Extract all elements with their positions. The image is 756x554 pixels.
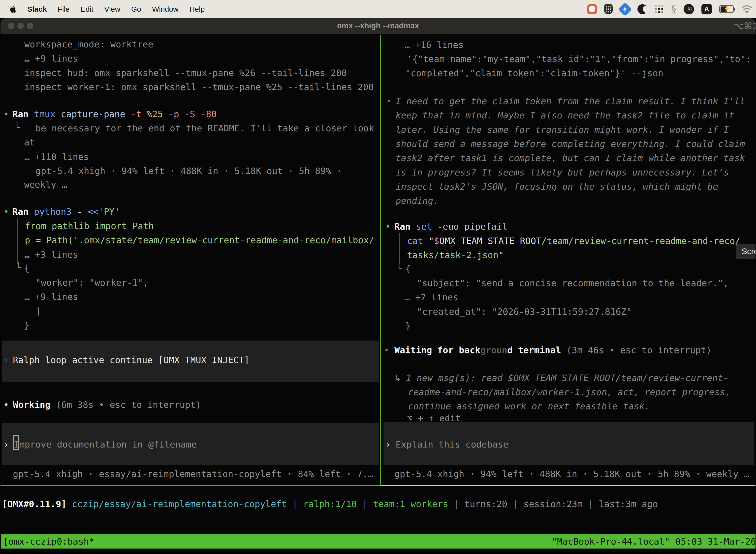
right-input-placeholder: Explain this codebase <box>396 439 508 450</box>
terminal-line: Ran set -euo pipefail <box>394 221 507 232</box>
tool-call-connector <box>17 218 18 264</box>
terminal-line: … +7 lines <box>404 292 458 303</box>
menu-item-window[interactable]: Window <box>152 5 179 13</box>
terminal-line: cat "$OMX_TEAM_STATE_ROOT/team/review-cu… <box>407 235 740 247</box>
ralph-banner-prompt: › <box>3 354 9 366</box>
ralph-banner-text: Ralph loop active continue [OMX_TMUX_INJ… <box>13 354 250 366</box>
tmux-status-bar: [omx-cczip0:bash* "MacBook-Pro-44.local"… <box>1 535 756 549</box>
terminal-line: } <box>24 320 29 331</box>
menu-item-file[interactable]: File <box>58 5 69 13</box>
shield-icon[interactable] <box>604 3 613 15</box>
terminal-line: … +9 lines <box>24 53 78 64</box>
terminal-line: readme-and-reco/mailbox/worker-1.json, a… <box>408 386 731 398</box>
dots-grid-icon[interactable] <box>655 3 664 15</box>
terminal-line: "worker": "worker-1", <box>36 277 148 288</box>
terminal-line: { <box>405 263 411 275</box>
terminal-line: ] <box>36 306 41 317</box>
terminal-line: workspace_mode: worktree <box>24 39 153 50</box>
screen-tooltip: Scre <box>736 244 756 259</box>
window-title: omx --xhigh --madmax <box>0 21 756 30</box>
menu-bar: Slack File Edit View Go Window Help § ..… <box>0 0 756 18</box>
terminal-line: ↳ 1 new msg(s): read $OMX_TEAM_STATE_ROO… <box>395 372 729 384</box>
terminal-line: } <box>405 320 411 332</box>
terminal-line: inspect_worker-1: omx sparkshell --tmux-… <box>24 81 374 93</box>
edit-hint: ⌥ + ↑ edit <box>407 412 461 424</box>
tmux-host-clock: "MacBook-Pro-44.local" 05:03 31-Mar-26 <box>552 536 756 547</box>
right-pane-border <box>381 485 756 486</box>
terminal-line: keep that in mind. Maybe I also need the… <box>396 110 734 121</box>
waiting-status: Waiting for background terminal (3m 46s … <box>394 344 712 356</box>
terminal-line: • <box>386 96 392 107</box>
omx-status-line: [OMX#0.11.9] cczip/essay/ai-reimplementa… <box>2 498 658 510</box>
terminal-line: └ <box>14 122 20 133</box>
screen: Slack File Edit View Go Window Help § ..… <box>0 0 756 554</box>
apple-logo-icon[interactable] <box>9 3 16 15</box>
terminal-line: "completed","claim_token":"claim-token"}… <box>405 67 663 79</box>
terminal-line: continue assigned work or next feasible … <box>408 401 650 412</box>
terminal-line: weekly … <box>24 179 67 190</box>
terminal-line: task2 after task1 is complete, but can I… <box>396 152 745 164</box>
menu-item-edit[interactable]: Edit <box>81 5 93 13</box>
wifi-icon[interactable] <box>741 3 753 15</box>
terminal-window: omx --xhigh --madmax ⌥⌘1 workspace_mode:… <box>0 18 756 553</box>
terminal-line: from pathlib import Path <box>25 220 154 232</box>
input-source-icon[interactable]: A <box>701 3 712 15</box>
tmux-session-label: [omx-cczip0:bash* <box>3 536 94 547</box>
terminal-line: Ran python3 - <<'PY' <box>12 206 120 217</box>
working-status: Working (6m 38s • esc to interrupt) <box>13 399 201 410</box>
battery-icon[interactable]: ⚡ <box>719 3 734 15</box>
moon-icon[interactable] <box>637 3 647 15</box>
terminal-line: gpt-5.4 xhigh · 94% left · 488K in · 5.1… <box>36 165 342 177</box>
terminal-line: "created_at": "2026-03-31T11:59:27.816Z" <box>417 306 632 318</box>
terminal-line: inspect task2's JSON, focusing on the st… <box>396 181 718 192</box>
terminal-line: pending. <box>396 195 439 207</box>
terminal-line: should send a message before completing … <box>396 138 745 150</box>
terminal-line: inspect_hud: omx sparkshell --tmux-pane … <box>24 67 347 79</box>
terminal-line: … +110 lines <box>24 151 89 163</box>
menu-item-view[interactable]: View <box>104 5 120 13</box>
terminal-line: "subject": "send a concise recommendatio… <box>417 277 729 289</box>
left-prompt-chevron: › <box>3 439 9 450</box>
right-pane-status: gpt-5.4 xhigh · 94% left · 488K in · 5.1… <box>394 468 749 480</box>
terminal-line: is in progress? It seems likely but perh… <box>396 167 729 178</box>
terminal-line: '{"team_name":"my-team","task_id":"1","f… <box>407 53 751 65</box>
terminal-line: later. Using the same for transition mig… <box>396 124 729 135</box>
lightning-icon[interactable] <box>620 3 630 15</box>
percent-badge-icon[interactable]: ..61 <box>684 3 694 15</box>
terminal-line: └ <box>396 263 402 274</box>
terminal-line: └ <box>16 262 21 273</box>
menu-item-app[interactable]: Slack <box>27 5 47 13</box>
terminal-line: • <box>385 221 391 232</box>
menu-item-help[interactable]: Help <box>189 5 205 13</box>
terminal-line: • <box>3 206 9 217</box>
left-input-placeholder: Improve documentation in @filename <box>14 439 197 450</box>
right-prompt-chevron: › <box>385 439 391 450</box>
terminal-line: { <box>24 263 29 274</box>
menu-item-go[interactable]: Go <box>131 5 141 13</box>
terminal-line: … +9 lines <box>24 291 78 302</box>
terminal-line: • <box>384 344 389 356</box>
terminal-line: p = Path('.omx/state/team/review-current… <box>25 234 374 246</box>
terminal-line: … +16 lines <box>404 39 463 51</box>
tool-call-connector <box>399 233 400 264</box>
terminal-line: … +3 lines <box>24 249 78 260</box>
terminal-line: I need to get the claim token from the c… <box>396 96 745 107</box>
left-pane-border <box>0 485 381 486</box>
terminal-line: • <box>3 108 9 120</box>
terminal-line: at <box>24 137 35 148</box>
terminal-line: Ran tmux capture-pane -t %25 -p -S -80 <box>12 108 217 120</box>
section-icon[interactable]: § <box>671 3 676 15</box>
terminal-line: • <box>3 399 9 410</box>
screenshot-icon[interactable] <box>587 3 597 15</box>
window-shortcut-hint: ⌥⌘1 <box>734 21 756 31</box>
terminal-line: be necessary for the end of the README. … <box>36 123 374 134</box>
left-pane-status: gpt-5.4 xhigh · essay/ai-reimplementatio… <box>13 468 373 480</box>
terminal-line: tasks/task-2.json" <box>407 250 504 261</box>
tmux-pane-divider[interactable] <box>380 35 381 486</box>
